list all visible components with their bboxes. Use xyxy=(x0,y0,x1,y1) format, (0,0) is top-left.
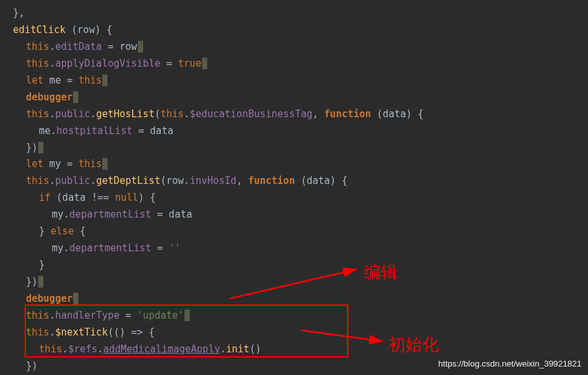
code-line: my.departmentList = data xyxy=(13,207,588,223)
code-line: my.departmentList = '' xyxy=(13,240,588,257)
code-line: this.editData = row xyxy=(13,39,588,56)
code-line: let my = this xyxy=(13,156,588,173)
code-editor[interactable]: }, editClick (row) { this.editData = row… xyxy=(13,5,588,375)
code-line: }) xyxy=(13,140,588,157)
code-line: let me = this xyxy=(13,73,588,89)
code-line: this.handlerType = 'update' xyxy=(13,308,588,324)
code-line: }, xyxy=(13,5,588,22)
code-line: this.$refs.addMedicalimageApply.init() xyxy=(13,341,588,358)
code-line: } xyxy=(13,257,588,274)
code-line: this.applyDialogVisible = true xyxy=(13,56,588,73)
code-line: } else { xyxy=(13,223,588,240)
code-line: this.$nextTick(() => { xyxy=(13,324,588,341)
annotation-label: 初始化 xyxy=(389,330,439,359)
code-line: this.public.getDeptList(row.invHosId, fu… xyxy=(13,173,588,190)
code-line: this.public.getHosList(this.$educationBu… xyxy=(13,106,588,123)
code-line: me.hostpitalList = data xyxy=(13,123,588,140)
code-line: debugger xyxy=(13,291,588,308)
code-line: editClick (row) { xyxy=(13,22,588,39)
code-line: }) xyxy=(13,274,588,291)
annotation-label: 编辑 xyxy=(364,258,398,287)
watermark-text: https://blog.csdn.net/weixin_39921821 xyxy=(438,357,582,371)
code-line: debugger xyxy=(13,89,588,106)
code-line: if (data !== null) { xyxy=(13,190,588,207)
